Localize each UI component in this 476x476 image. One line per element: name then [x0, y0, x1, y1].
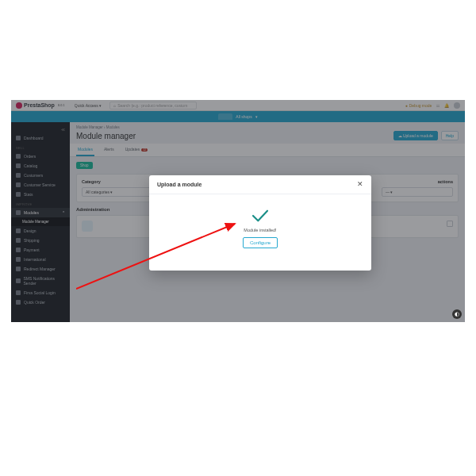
app-window: PrestaShop 8.0.1 Quick Access ▾ ⌕ Search…	[11, 100, 465, 322]
configure-button[interactable]: Configure	[243, 237, 278, 248]
modal-title: Upload a module	[157, 182, 202, 187]
close-icon[interactable]: ✕	[357, 181, 363, 188]
modal-message: Module installed!	[244, 228, 276, 232]
upload-module-modal: Upload a module ✕ Module installed! Conf…	[149, 175, 371, 271]
corner-badge-icon[interactable]: ◐	[452, 309, 462, 319]
success-check-icon	[251, 209, 269, 223]
